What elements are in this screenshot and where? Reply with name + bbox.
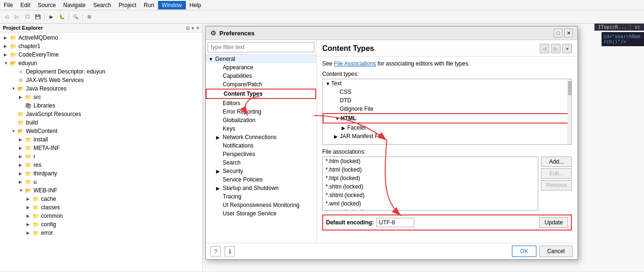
tree-label: classes bbox=[41, 204, 60, 211]
ct-label-dtd: DTD bbox=[340, 97, 351, 104]
pref-item-content-types[interactable]: Content Types bbox=[206, 89, 316, 99]
ct-label-text: Text bbox=[331, 80, 342, 87]
menu-search[interactable]: Search bbox=[89, 1, 115, 9]
pref-item-keys[interactable]: Keys bbox=[206, 124, 316, 133]
fa-item-wml: *.wml (locked) bbox=[323, 199, 538, 208]
preferences-dialog: ⚙ Preferences □ ✕ bbox=[205, 26, 578, 260]
toolbar-search[interactable]: 🔍 bbox=[71, 12, 80, 22]
menu-run[interactable]: Run bbox=[140, 1, 158, 9]
tree-item-webcontent[interactable]: ▼ 📂 WebContent bbox=[0, 127, 202, 135]
pref-search-input[interactable] bbox=[208, 42, 314, 52]
tree-item-error[interactable]: ▶ 📁 error bbox=[0, 229, 202, 237]
tree-item-res[interactable]: ▶ 📁 res bbox=[0, 161, 202, 169]
pref-item-ui-responsiveness[interactable]: UI Responsiveness Monitoring bbox=[206, 201, 316, 209]
pref-item-compare[interactable]: Compare/Patch bbox=[206, 80, 316, 89]
pref-item-network-connections[interactable]: ▶ Network Connections bbox=[206, 133, 316, 141]
ct-item-html[interactable]: ▼ HTML bbox=[323, 113, 571, 124]
ct-item-text[interactable]: ▼ Text bbox=[323, 79, 571, 88]
menu-help[interactable]: Help bbox=[186, 1, 205, 9]
tree-item-activemq[interactable]: ▶ 📁 ActiveMQDemo bbox=[0, 33, 202, 42]
tree-item-metainf[interactable]: ▶ 📁 META-INF bbox=[0, 144, 202, 152]
tree-item-codeeverytime[interactable]: ▶ 📁 CodeEveryTime bbox=[0, 50, 202, 59]
tree-arrow: ▶ bbox=[19, 95, 25, 99]
dialog-title-text: Preferences bbox=[219, 30, 254, 37]
pref-item-user-storage[interactable]: User Storage Service bbox=[206, 209, 316, 218]
info-icon-btn[interactable]: ℹ bbox=[225, 246, 235, 256]
toolbar-run[interactable]: ▶ bbox=[47, 12, 56, 22]
toolbar-save[interactable]: 💾 bbox=[33, 12, 42, 22]
menu-file[interactable]: File bbox=[0, 1, 17, 9]
tree-item-cache[interactable]: ▶ 📁 cache bbox=[0, 195, 202, 203]
menu-source[interactable]: Source bbox=[34, 1, 59, 9]
tree-item-jaxws[interactable]: ⚙ JAX-WS Web Services bbox=[0, 76, 202, 84]
tree-item-src[interactable]: ▶ 📁 src bbox=[0, 93, 202, 101]
tree-arrow: ▶ bbox=[19, 171, 25, 176]
code-tab-itopicr[interactable]: ITopicR... bbox=[594, 24, 631, 31]
pref-item-tracing[interactable]: Tracing bbox=[206, 192, 316, 201]
pref-nav-dropdown-btn[interactable]: ▾ bbox=[562, 44, 572, 53]
tree-item-libraries[interactable]: 📚 Libraries bbox=[0, 101, 202, 110]
pref-nav-forward-btn[interactable]: ▷ bbox=[551, 44, 560, 53]
pref-item-error-reporting[interactable]: Error Reporting bbox=[206, 107, 316, 116]
encoding-input[interactable] bbox=[376, 218, 414, 227]
ct-item-gitignore[interactable]: Gitignore File bbox=[323, 105, 571, 113]
tree-item-eduyun[interactable]: ▼ 📂 eduyun bbox=[0, 59, 202, 67]
pref-item-appearance[interactable]: Appearance bbox=[206, 63, 316, 72]
ct-item-facelet[interactable]: ▶ Facelet bbox=[323, 124, 571, 132]
toolbar-debug[interactable]: 🐛 bbox=[57, 12, 67, 22]
menu-project[interactable]: Project bbox=[115, 1, 140, 9]
pref-item-globalization[interactable]: Globalization bbox=[206, 116, 316, 124]
tree-item-config[interactable]: ▶ 📁 config bbox=[0, 220, 202, 229]
cancel-btn[interactable]: Cancel bbox=[539, 246, 573, 257]
toolbar-forward[interactable]: ▷ bbox=[12, 12, 22, 22]
menu-navigate[interactable]: Navigate bbox=[59, 1, 89, 9]
tree-item-chapter1[interactable]: ▶ 📁 chapter1 bbox=[0, 42, 202, 50]
ok-btn[interactable]: OK bbox=[512, 246, 536, 257]
toolbar-back[interactable]: ◁ bbox=[2, 12, 11, 22]
tree-arrow: ▶ bbox=[19, 146, 25, 150]
remove-btn[interactable]: Remove bbox=[541, 180, 572, 190]
tree-item-webinf[interactable]: ▼ 📂 WEB-INF bbox=[0, 186, 202, 195]
pref-item-notifications[interactable]: Notifications bbox=[206, 141, 316, 150]
code-tab-sc[interactable]: sc bbox=[631, 24, 644, 31]
dialog-close-btn[interactable]: ✕ bbox=[564, 29, 573, 37]
ct-item-dtd[interactable]: DTD bbox=[323, 96, 571, 105]
update-btn[interactable]: Update bbox=[539, 217, 568, 228]
tree-item-js-resources[interactable]: 📁 JavaScript Resources bbox=[0, 110, 202, 118]
main-layout: Project Explorer ⊟ ▾ ✕ ▶ 📁 ActiveMQDemo bbox=[0, 24, 644, 271]
footer-buttons: OK Cancel bbox=[512, 246, 573, 257]
toolbar-perspective[interactable]: ⊞ bbox=[84, 12, 94, 22]
edit-btn[interactable]: Edit... bbox=[541, 168, 572, 179]
pref-item-general[interactable]: ▼ General bbox=[206, 55, 316, 63]
panel-collapse-btn[interactable]: ⊟ bbox=[186, 25, 190, 31]
pref-item-startup[interactable]: ▶ Startup and Shutdown bbox=[206, 184, 316, 192]
menu-edit[interactable]: Edit bbox=[17, 1, 34, 9]
pref-item-security[interactable]: ▶ Security bbox=[206, 167, 316, 175]
file-associations-link[interactable]: File Associations bbox=[334, 60, 376, 67]
toolbar-new[interactable]: ☐ bbox=[23, 12, 32, 22]
ct-tree-scrollbar[interactable] bbox=[568, 79, 571, 144]
tree-item-build[interactable]: 📁 build bbox=[0, 118, 202, 127]
add-btn[interactable]: Add... bbox=[541, 157, 572, 167]
tree-item-install[interactable]: ▶ 📁 install bbox=[0, 135, 202, 144]
pref-item-editors[interactable]: Editors bbox=[206, 99, 316, 107]
panel-close-btn[interactable]: ✕ bbox=[196, 25, 200, 31]
menu-window[interactable]: Window bbox=[158, 1, 186, 9]
tree-item-java-resources[interactable]: ▼ 📂 Java Resources bbox=[0, 84, 202, 93]
tree-item-descriptor[interactable]: ≡ Deployment Descriptor: eduyun bbox=[0, 67, 202, 76]
pref-nav-back-btn[interactable]: ◁ bbox=[540, 44, 549, 53]
tree-item-u[interactable]: ▶ 📁 u bbox=[0, 178, 202, 186]
panel-menu-btn[interactable]: ▾ bbox=[192, 25, 194, 31]
tree-item-common[interactable]: ▶ 📁 common bbox=[0, 212, 202, 220]
pref-item-search[interactable]: Search bbox=[206, 158, 316, 167]
ct-item-jar-manifest[interactable]: ▶ JAR Manifest File bbox=[323, 132, 571, 140]
tree-item-r[interactable]: ▶ 📁 r bbox=[0, 152, 202, 161]
pref-item-capabilities[interactable]: Capabilities bbox=[206, 72, 316, 80]
pref-item-service-policies[interactable]: Service Policies bbox=[206, 175, 316, 184]
pref-item-perspectives[interactable]: Perspectives bbox=[206, 150, 316, 158]
help-icon-btn[interactable]: ? bbox=[210, 246, 221, 256]
dialog-minimize-btn[interactable]: □ bbox=[554, 29, 562, 37]
tree-item-thirdparty[interactable]: ▶ 📁 thirdparty bbox=[0, 169, 202, 178]
ct-item-css[interactable]: CSS bbox=[323, 88, 571, 96]
tree-item-classes[interactable]: ▶ 📁 classes bbox=[0, 203, 202, 212]
